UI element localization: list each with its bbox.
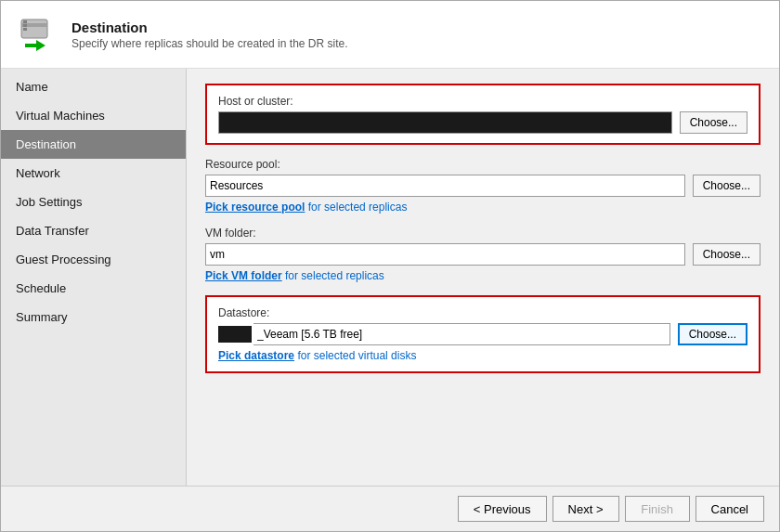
- vm-folder-choose-button[interactable]: Choose...: [693, 243, 760, 266]
- sidebar: Name Virtual Machines Destination Networ…: [1, 69, 187, 486]
- datastore-choose-button[interactable]: Choose...: [678, 323, 748, 345]
- dialog-body: Name Virtual Machines Destination Networ…: [1, 69, 779, 486]
- vm-folder-input[interactable]: [205, 243, 685, 266]
- destination-icon: [16, 12, 60, 57]
- svg-marker-5: [25, 40, 46, 51]
- main-content: Host or cluster: Choose... Resource pool…: [187, 69, 779, 486]
- vm-folder-label: VM folder:: [205, 227, 760, 240]
- sidebar-item-job-settings[interactable]: Job Settings: [1, 188, 186, 216]
- resource-pool-label: Resource pool:: [205, 158, 760, 171]
- host-cluster-choose-button[interactable]: Choose...: [680, 111, 748, 134]
- header-text: Destination Specify where replicas shoul…: [72, 19, 348, 50]
- sidebar-item-data-transfer[interactable]: Data Transfer: [1, 216, 186, 245]
- svg-rect-4: [23, 28, 27, 31]
- vm-folder-pick-link[interactable]: Pick VM folder for selected replicas: [205, 269, 760, 282]
- vm-folder-row: Choose...: [205, 243, 760, 266]
- resource-pool-choose-button[interactable]: Choose...: [693, 175, 760, 197]
- resource-pool-pick-link[interactable]: Pick resource pool for selected replicas: [205, 201, 760, 214]
- previous-button[interactable]: < Previous: [458, 496, 547, 522]
- host-cluster-row: Choose...: [218, 111, 748, 134]
- next-button[interactable]: Next >: [552, 496, 619, 522]
- datastore-input[interactable]: [254, 323, 670, 345]
- datastore-pick-link[interactable]: Pick datastore for selected virtual disk…: [218, 349, 748, 362]
- resource-pool-input[interactable]: [205, 175, 685, 197]
- svg-rect-2: [23, 20, 27, 23]
- datastore-label: Datastore:: [218, 306, 748, 319]
- resource-pool-section: Resource pool: Choose... Pick resource p…: [205, 158, 760, 214]
- dialog-window: Destination Specify where replicas shoul…: [0, 0, 780, 532]
- header-title: Destination: [72, 19, 348, 35]
- datastore-section: Datastore: Choose... Pick datastore for …: [205, 295, 760, 373]
- dialog-footer: < Previous Next > Finish Cancel: [1, 486, 779, 531]
- sidebar-item-destination[interactable]: Destination: [1, 130, 186, 159]
- svg-rect-3: [23, 24, 27, 27]
- resource-pool-row: Choose...: [205, 175, 760, 197]
- finish-button[interactable]: Finish: [625, 496, 690, 522]
- host-cluster-section: Host or cluster: Choose...: [205, 84, 760, 145]
- sidebar-item-guest-processing[interactable]: Guest Processing: [1, 245, 186, 274]
- sidebar-item-virtual-machines[interactable]: Virtual Machines: [1, 101, 186, 130]
- header-subtitle: Specify where replicas should be created…: [72, 37, 348, 50]
- datastore-row: Choose...: [218, 323, 748, 345]
- sidebar-item-name[interactable]: Name: [1, 72, 186, 101]
- sidebar-item-schedule[interactable]: Schedule: [1, 274, 186, 303]
- host-cluster-label: Host or cluster:: [218, 95, 748, 108]
- sidebar-item-summary[interactable]: Summary: [1, 303, 186, 331]
- cancel-button[interactable]: Cancel: [696, 496, 764, 522]
- sidebar-item-network[interactable]: Network: [1, 159, 186, 188]
- vm-folder-section: VM folder: Choose... Pick VM folder for …: [205, 227, 760, 282]
- dialog-header: Destination Specify where replicas shoul…: [1, 1, 779, 69]
- host-cluster-input[interactable]: [218, 111, 672, 134]
